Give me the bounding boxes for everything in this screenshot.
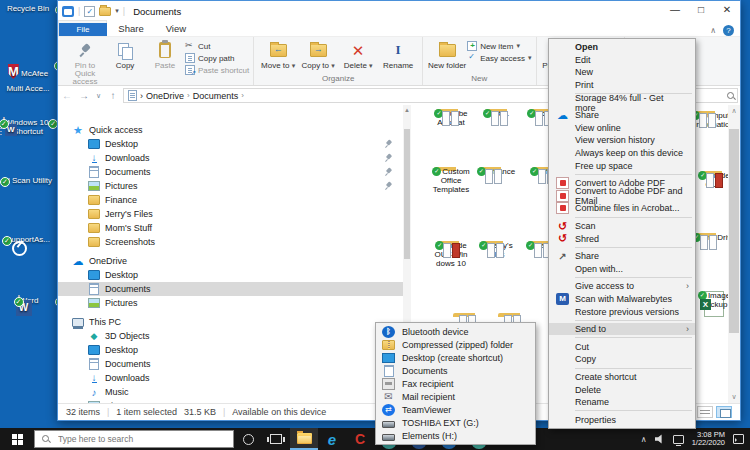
- scroll-up-icon[interactable]: ▲: [403, 107, 411, 113]
- context-menu-item[interactable]: Copy ›: [549, 353, 695, 366]
- context-menu-item[interactable]: Give access to ›: [549, 280, 695, 293]
- context-menu-item[interactable]: Combine files in Acrobat... ›: [549, 202, 695, 215]
- file-item[interactable]: AOL: [472, 109, 520, 118]
- send-to-menu-item[interactable]: Elements (H:): [376, 429, 535, 442]
- minimize-button[interactable]: —: [662, 1, 688, 19]
- up-icon[interactable]: ↑: [106, 90, 120, 101]
- send-to-menu-item[interactable]: Bluetooth device: [376, 325, 535, 338]
- context-menu-item[interactable]: Share ›: [549, 109, 695, 122]
- qat-properties-icon[interactable]: [84, 6, 95, 17]
- cortana-button[interactable]: [234, 428, 262, 450]
- nav-item[interactable]: Documents: [58, 282, 403, 296]
- send-to-menu-item[interactable]: Mail recipient: [376, 390, 535, 403]
- context-menu-item[interactable]: Scan with Malwarebytes ›: [549, 293, 695, 306]
- nav-item[interactable]: Desktop: [58, 268, 403, 282]
- nav-item[interactable]: Documents: [58, 165, 403, 179]
- paste-shortcut-button[interactable]: Paste shortcut: [185, 65, 249, 75]
- nav-item[interactable]: Jerry's Files: [58, 207, 403, 221]
- copy-to-button[interactable]: → Copy to ▾: [298, 39, 338, 70]
- scroll-up-icon[interactable]: ∧: [728, 107, 740, 115]
- context-menu-item[interactable]: Free up space ›: [549, 159, 695, 172]
- details-view-icon[interactable]: [697, 406, 713, 418]
- close-button[interactable]: ✕: [714, 1, 740, 19]
- context-menu-item[interactable]: Convert to Adobe PDF and EMail ›: [549, 190, 695, 203]
- breadcrumb-item[interactable]: OneDrive›: [146, 91, 190, 101]
- context-menu-item[interactable]: Restore previous versions ›: [549, 305, 695, 318]
- qat-customize-chevron-icon[interactable]: ▾: [115, 7, 119, 15]
- nav-item[interactable]: Desktop: [58, 343, 403, 357]
- new-folder-button[interactable]: New folder: [427, 39, 467, 70]
- back-icon[interactable]: ←: [60, 90, 74, 101]
- file-item[interactable]: Jerry's Files: [472, 241, 520, 259]
- tray-overflow-chevron-icon[interactable]: ∧: [641, 435, 647, 444]
- context-menu-item[interactable]: View online ›: [549, 122, 695, 135]
- send-to-menu-item[interactable]: Desktop (create shortcut): [376, 351, 535, 364]
- taskbar-search-input[interactable]: [56, 433, 228, 445]
- context-menu-item[interactable]: View version history ›: [549, 134, 695, 147]
- tab-view[interactable]: View: [155, 21, 197, 36]
- rename-button[interactable]: Rename: [378, 39, 418, 70]
- context-menu-item[interactable]: Open with... ›: [549, 263, 695, 276]
- send-to-menu-item[interactable]: TOSHIBA EXT (G:): [376, 416, 535, 429]
- maximize-button[interactable]: □: [688, 1, 714, 19]
- breadcrumb-item[interactable]: Documents›: [193, 91, 244, 101]
- paste-button[interactable]: Paste: [145, 39, 185, 70]
- context-menu-item[interactable]: Storage 84% full - Get more ›: [549, 96, 695, 109]
- copy-path-button[interactable]: Copy path: [185, 53, 249, 63]
- file-list-scrollbar[interactable]: ∧ ∨: [728, 105, 740, 403]
- context-menu-item[interactable]: Always keep on this device ›: [549, 147, 695, 160]
- qat-new-folder-icon[interactable]: [99, 7, 111, 16]
- nav-item[interactable]: Music: [58, 385, 403, 399]
- nav-item[interactable]: Quick access: [58, 123, 403, 137]
- context-menu-item[interactable]: Share ›: [549, 250, 695, 263]
- cut-button[interactable]: Cut: [185, 41, 249, 51]
- scroll-down-icon[interactable]: ∨: [728, 393, 740, 401]
- nav-item[interactable]: Mom's Stuff: [58, 221, 403, 235]
- network-icon[interactable]: [673, 435, 684, 444]
- scrollbar-thumb[interactable]: [404, 129, 410, 259]
- context-menu-item[interactable]: Cut ›: [549, 340, 695, 353]
- nav-item[interactable]: 3D Objects: [58, 329, 403, 343]
- scrollbar-thumb[interactable]: [729, 129, 739, 333]
- tab-file[interactable]: File: [59, 23, 107, 36]
- edge-taskbar-button[interactable]: e: [318, 428, 346, 450]
- task-view-button[interactable]: [262, 428, 290, 450]
- context-menu-item[interactable]: Open ›: [549, 41, 695, 54]
- context-menu-item[interactable]: Rename ›: [549, 396, 695, 409]
- context-menu-item[interactable]: Edit ›: [549, 54, 695, 67]
- context-menu-item[interactable]: Shred ›: [549, 232, 695, 245]
- nav-item[interactable]: Finance: [58, 193, 403, 207]
- file-item[interactable]: Custom Office Templates: [427, 167, 475, 194]
- nav-item[interactable]: Desktop: [58, 137, 403, 151]
- title-bar[interactable]: | ▾ | Documents — □ ✕: [58, 1, 740, 21]
- navigation-pane[interactable]: Quick access Desktop Downloads: [58, 105, 403, 403]
- nav-item[interactable]: Downloads: [58, 371, 403, 385]
- nav-item[interactable]: OneDrive: [58, 254, 403, 268]
- send-to-menu-item[interactable]: Compressed (zipped) folder: [376, 338, 535, 351]
- nav-item[interactable]: This PC: [58, 315, 403, 329]
- nav-item[interactable]: Screenshots: [58, 235, 403, 249]
- file-item[interactable]: Finance: [472, 167, 520, 176]
- speaker-icon[interactable]: [655, 434, 665, 444]
- nav-item[interactable]: Downloads: [58, 151, 403, 165]
- ribbon-collapse-icon[interactable]: ∧: [710, 26, 716, 35]
- context-menu-item[interactable]: Create shortcut ›: [549, 371, 695, 384]
- context-menu-item[interactable]: Scan ›: [549, 220, 695, 233]
- file-explorer-taskbar-button[interactable]: [290, 428, 318, 450]
- context-menu-item[interactable]: Send to ›: [549, 323, 695, 336]
- file-item[interactable]: Inside OUT-Win dows 10: [427, 241, 475, 268]
- action-center-icon[interactable]: [733, 434, 744, 444]
- context-menu-item[interactable]: New ›: [549, 66, 695, 79]
- taskbar-search-box[interactable]: [34, 430, 234, 448]
- ccleaner-taskbar-button[interactable]: C: [346, 428, 374, 450]
- easy-access-button[interactable]: Easy access ▾: [467, 53, 531, 63]
- nav-item[interactable]: Pictures: [58, 296, 403, 310]
- nav-item[interactable]: Documents: [58, 357, 403, 371]
- context-menu-item[interactable]: Print ›: [549, 79, 695, 92]
- send-to-menu-item[interactable]: Fax recipient: [376, 377, 535, 390]
- copy-button[interactable]: Copy: [105, 39, 145, 70]
- pin-to-quick-access-button[interactable]: Pin to Quick access: [65, 39, 105, 86]
- recent-locations-chevron-icon[interactable]: ∨: [94, 92, 103, 100]
- delete-button[interactable]: Delete ▾: [338, 39, 378, 70]
- context-menu-item[interactable]: Properties ›: [549, 413, 695, 426]
